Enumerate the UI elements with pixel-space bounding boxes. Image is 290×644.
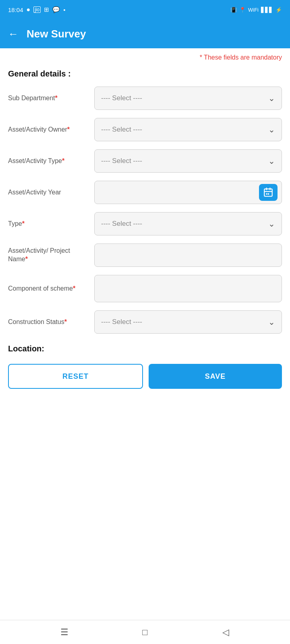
bottom-buttons: RESET SAVE [0, 357, 290, 395]
asset-type-row: Asset/Activity Type* ---- Select ---- ⌄ [0, 145, 290, 177]
battery-icon: ⚡ [276, 7, 282, 13]
component-row: Component of scheme* [0, 271, 290, 306]
dot-icon: • [63, 6, 65, 13]
svg-rect-4 [266, 193, 267, 194]
sub-department-label: Sub Department* [8, 94, 89, 103]
vibrate-icon: 📳 [230, 7, 237, 13]
sub-department-required: * [55, 95, 58, 101]
home-nav-button[interactable]: □ [139, 626, 151, 638]
type-required: * [22, 220, 25, 227]
status-time: 18:04 [8, 6, 23, 13]
asset-type-required: * [62, 157, 64, 164]
construction-status-required: * [64, 318, 67, 325]
reset-button[interactable]: RESET [8, 364, 143, 389]
component-input[interactable] [94, 275, 282, 302]
app-header: ← New Survey [0, 19, 290, 48]
construction-status-placeholder: ---- Select ---- [101, 318, 142, 326]
svg-rect-5 [268, 193, 269, 194]
general-details-title: General details : [0, 64, 290, 83]
type-row: Type* ---- Select ---- ⌄ [0, 208, 290, 239]
wifi-icon: WiFi [248, 7, 259, 13]
mandatory-note: * These fields are mandatory [0, 48, 290, 64]
construction-status-select[interactable]: ---- Select ---- ⌄ [94, 310, 282, 334]
type-chevron: ⌄ [268, 219, 275, 229]
project-name-label: Asset/Activity/ Project Name* [8, 247, 89, 264]
asset-type-chevron: ⌄ [268, 156, 275, 166]
asset-owner-placeholder: ---- Select ---- [101, 126, 142, 134]
project-name-required: * [25, 256, 28, 262]
component-required: * [73, 285, 75, 292]
asset-owner-label: Asset/Activity Owner* [8, 126, 89, 134]
project-name-row: Asset/Activity/ Project Name* [0, 239, 290, 271]
status-bar-left: 18:04 ● jio ⊞ 💬 • [8, 6, 66, 13]
asset-type-placeholder: ---- Select ---- [101, 157, 142, 165]
calendar-button[interactable] [259, 184, 278, 201]
type-label: Type* [8, 220, 89, 228]
status-bar: 18:04 ● jio ⊞ 💬 • 📳 📍 WiFi ▋▋▋ ⚡ [0, 0, 290, 19]
square-icon: □ [142, 627, 147, 638]
chat-icon: 💬 [52, 6, 60, 13]
sub-department-row: Sub Department* ---- Select ---- ⌄ [0, 83, 290, 114]
project-name-input[interactable] [94, 244, 282, 267]
asset-owner-row: Asset/Activity Owner* ---- Select ---- ⌄ [0, 114, 290, 145]
sub-department-chevron: ⌄ [268, 93, 275, 103]
calendar-icon [263, 187, 273, 198]
location-icon: 📍 [239, 7, 246, 13]
whatsapp-icon: ● [27, 6, 31, 13]
save-button[interactable]: SAVE [149, 364, 282, 389]
menu-nav-button[interactable]: ☰ [58, 626, 70, 638]
construction-status-chevron: ⌄ [268, 317, 275, 327]
svg-rect-0 [264, 189, 272, 196]
location-title: Location: [8, 344, 282, 353]
construction-status-label: Construction Status* [8, 318, 89, 326]
asset-type-select[interactable]: ---- Select ---- ⌄ [94, 149, 282, 173]
sub-department-select[interactable]: ---- Select ---- ⌄ [94, 87, 282, 110]
status-bar-right: 📳 📍 WiFi ▋▋▋ ⚡ [230, 7, 282, 13]
triangle-back-icon: ◁ [222, 627, 229, 638]
type-placeholder: ---- Select ---- [101, 220, 142, 228]
asset-owner-select[interactable]: ---- Select ---- ⌄ [94, 118, 282, 141]
location-section: Location: [0, 338, 290, 357]
construction-status-row: Construction Status* ---- Select ---- ⌄ [0, 306, 290, 338]
hamburger-icon: ☰ [60, 627, 68, 638]
asset-type-label: Asset/Activity Type* [8, 157, 89, 165]
component-label: Component of scheme* [8, 285, 89, 293]
main-content: * These fields are mandatory General det… [0, 48, 290, 620]
asset-owner-chevron: ⌄ [268, 125, 275, 134]
asset-year-row: Asset/Activity Year [0, 177, 290, 208]
nav-bar: ☰ □ ◁ [0, 620, 290, 644]
signal-icon: ▋▋▋ [261, 7, 273, 13]
type-select[interactable]: ---- Select ---- ⌄ [94, 212, 282, 235]
page-title: New Survey [27, 28, 86, 40]
jio-icon: jio [33, 6, 41, 13]
back-button[interactable]: ← [8, 28, 19, 40]
asset-owner-required: * [67, 126, 70, 133]
asset-year-picker[interactable] [94, 181, 282, 204]
sub-department-placeholder: ---- Select ---- [101, 94, 142, 102]
asset-year-label: Asset/Activity Year [8, 188, 89, 197]
back-nav-button[interactable]: ◁ [220, 626, 232, 638]
grid-icon: ⊞ [44, 6, 49, 13]
